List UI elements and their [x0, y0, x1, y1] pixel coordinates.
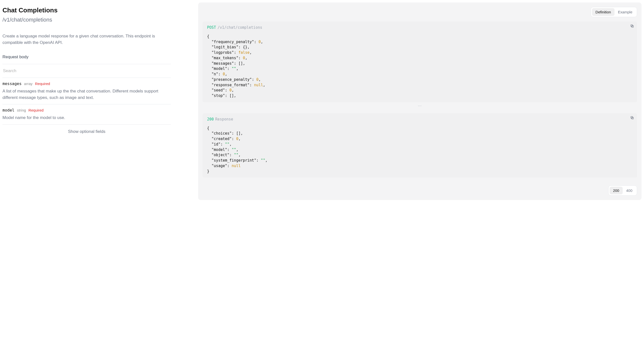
tab-example[interactable]: Example [614, 8, 636, 16]
tab-status-200[interactable]: 200 [610, 187, 623, 194]
param-required: Required [35, 82, 50, 86]
param-type: array [24, 82, 32, 86]
tab-status-400[interactable]: 400 [623, 187, 636, 194]
tab-definition[interactable]: Definition [592, 8, 614, 16]
request-card: POST/v1/chat/completions { "frequency_pe… [202, 22, 637, 102]
response-body: { "choices": [], "created": 0, "id": "",… [207, 126, 632, 174]
param-block: modelstringRequiredModel name for the mo… [2, 104, 171, 124]
param-description: A list of messages that make up the the … [2, 88, 171, 101]
endpoint-path: /v1/chat/completions [2, 17, 171, 23]
page-title: Chat Completions [2, 7, 171, 14]
status-code: 200 [207, 117, 214, 122]
copy-icon[interactable] [630, 24, 634, 28]
request-body-heading: Request body [2, 55, 171, 60]
param-type: string [17, 108, 26, 112]
doc-left-column: Chat Completions /v1/chat/completions Cr… [2, 3, 171, 200]
show-optional-button[interactable]: Show optional fields [2, 125, 171, 139]
copy-icon[interactable] [630, 116, 634, 120]
response-line: 200Response [207, 117, 632, 122]
http-path: /v1/chat/completions [218, 25, 262, 30]
param-block: messagesarrayRequiredA list of messages … [2, 78, 171, 104]
param-required: Required [28, 108, 44, 112]
request-body: { "frequency_penalty": 0, "logit_bias": … [207, 34, 632, 99]
view-tabs: Definition Example [202, 3, 637, 22]
param-name: messages [2, 81, 22, 86]
status-tabs: 200 400 [202, 178, 637, 196]
right-panel: Definition Example POST/v1/chat/completi… [198, 3, 642, 200]
response-card: 200Response { "choices": [], "created": … [202, 113, 637, 178]
search-row [2, 64, 171, 78]
ellipsis-row[interactable]: ... [202, 102, 637, 108]
http-method: POST [207, 25, 216, 30]
param-name: model [2, 108, 14, 113]
search-input[interactable] [2, 68, 171, 74]
param-description: Model name for the model to use. [2, 115, 171, 121]
request-line: POST/v1/chat/completions [207, 25, 632, 31]
endpoint-description: Create a language model response for a g… [2, 33, 156, 46]
status-label: Response [215, 117, 233, 122]
